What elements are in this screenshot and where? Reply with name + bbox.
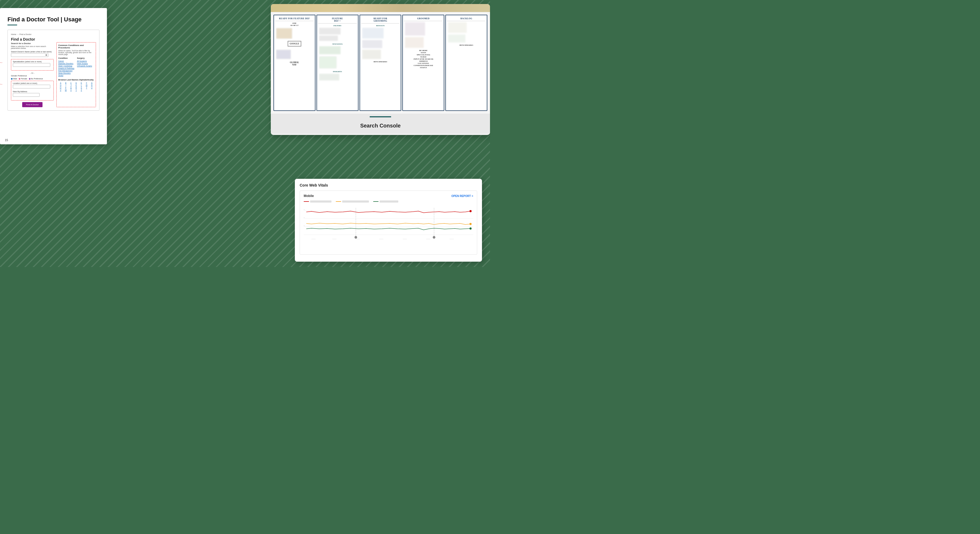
alpha-a[interactable]: A	[58, 82, 63, 84]
spec-label: Specialization (select one or more)	[13, 61, 52, 62]
alpha-y[interactable]: Y	[74, 89, 78, 91]
col2-body: FILTERS TP EVENTS INSIGHTS	[318, 24, 357, 104]
col4-note: Be heresoonSpecialist(s)NurseInput (for …	[405, 49, 442, 69]
surgery-col-title: Surgery	[77, 57, 92, 59]
col3-results: RESULTS	[362, 25, 399, 27]
alpha-m[interactable]: M	[84, 84, 89, 86]
cond-digestive[interactable]: Digestive Disorders	[58, 62, 74, 64]
svg-text:––––: ––––	[426, 238, 430, 240]
alpha-u[interactable]: U	[89, 87, 94, 89]
alpha-f[interactable]: F	[84, 82, 89, 84]
search-subtitle: Search for a Doctor	[11, 42, 54, 44]
cond-pain[interactable]: Pain Management	[58, 70, 74, 72]
kanban-columns: READY FOR FEATURE DEF ONEas of 1/? Googl…	[274, 15, 487, 111]
col2-tp-events: TP EVENTS	[319, 43, 356, 45]
alpha-h[interactable]: H	[58, 84, 63, 86]
surg-heart[interactable]: Heart Surgery	[77, 62, 92, 64]
cond-stroke[interactable]: Stroke	[58, 75, 74, 76]
alpha-q[interactable]: Q	[69, 87, 73, 89]
svg-text:–: –	[304, 208, 305, 211]
col1-body: ONEas of 1/? Google GlobalNav	[275, 21, 314, 101]
spec-input[interactable]	[13, 63, 50, 67]
col2-blurred-4	[319, 74, 339, 81]
alpha-w[interactable]: W	[64, 89, 68, 91]
sc-bottom-bar	[370, 116, 391, 117]
alpha-o[interactable]: O	[58, 87, 63, 89]
col1-header: READY FOR FEATURE DEF	[275, 16, 314, 21]
radio-male[interactable]: Male	[11, 78, 17, 79]
alpha-l[interactable]: L	[79, 84, 84, 86]
col3-blurred-2	[362, 40, 382, 48]
title-underline	[8, 25, 17, 25]
col3-body: RESULTS Benchmarks	[361, 24, 400, 104]
mockup-heading: Find a Doctor	[11, 37, 96, 41]
search-desc: Make a selection from one or more search…	[11, 45, 54, 49]
address-input[interactable]	[13, 93, 40, 97]
gender-radio-group: Male Female No Preference	[11, 78, 54, 79]
cwv-legend	[304, 200, 473, 203]
kanban-col-2: FEATUREDef = FILTERS TP EVENTS INSIGHTS	[317, 15, 358, 111]
legend-red-label	[310, 200, 331, 203]
alpha-x[interactable]: X	[69, 89, 73, 91]
find-doctor-button[interactable]: Find A Doctor	[22, 102, 43, 107]
alpha-b[interactable]: B	[64, 82, 68, 84]
location-label: Location (select one or more)	[13, 82, 52, 84]
alpha-g[interactable]: G	[89, 82, 94, 84]
kanban-col-3: READY FORGROOMING RESULTS Benchmarks	[360, 15, 401, 111]
alpha-d[interactable]: D	[74, 82, 78, 84]
col2-filters: FILTERS	[319, 25, 356, 27]
surg-ortho[interactable]: Orthopedic Surgery	[77, 65, 92, 67]
col1-sticky-1	[276, 28, 292, 39]
alpha-r[interactable]: R	[74, 87, 78, 89]
col4-blurred-2	[405, 37, 424, 48]
cond-heart[interactable]: Heart / Cardiology	[58, 65, 74, 67]
legend-green-dot	[373, 201, 379, 202]
search-console-title: Search Console	[271, 119, 490, 132]
alpha-z[interactable]: Z	[79, 89, 84, 91]
radio-female[interactable]: Female	[19, 78, 27, 79]
gender-label: Gender Preference	[11, 75, 54, 77]
svg-text:–: –	[304, 224, 305, 227]
alpha-j[interactable]: J	[69, 84, 73, 86]
kanban-col-4: GROOMED Be heresoonSpecialist(s)NurseInp…	[402, 15, 444, 111]
col4-header: GROOMED	[404, 16, 443, 21]
col3-benchmarks: Benchmarks	[362, 61, 399, 63]
svg-text:––––: ––––	[332, 238, 336, 240]
cwv-open-report[interactable]: OPEN REPORT >	[452, 195, 473, 197]
cond-sleep[interactable]: Sleep Disorders	[58, 72, 74, 74]
legend-orange-label	[342, 200, 369, 203]
col1-sticky-2	[276, 50, 291, 59]
alpha-v[interactable]: V	[58, 89, 63, 91]
condition-col-title: Condition	[58, 57, 74, 59]
col5-body: Benchmarks	[447, 21, 486, 101]
radio-no-pref[interactable]: No Preference	[29, 78, 43, 79]
legend-green	[373, 200, 398, 203]
cond-cancer[interactable]: Cancer	[58, 60, 74, 62]
cwv-card: Core Web Vitals Mobile OPEN REPORT >	[295, 179, 482, 262]
alpha-p[interactable]: P	[64, 87, 68, 89]
col4-blurred-1	[405, 22, 425, 35]
name-label: Search Doctor's Name (enter a first or l…	[11, 51, 54, 52]
col1-global-nav: GlobalNav	[276, 61, 313, 66]
cond-imaging[interactable]: Imaging & Radiology	[58, 67, 74, 69]
alpha-c[interactable]: C	[69, 82, 73, 84]
surg-all[interactable]: All Surgeons	[77, 60, 92, 62]
alpha-i[interactable]: I	[64, 84, 68, 86]
alpha-e[interactable]: E	[79, 82, 84, 84]
cwv-title: Core Web Vitals	[300, 183, 477, 188]
mockup-left-col: Search for a Doctor Make a selection fro…	[11, 42, 54, 107]
alpha-s[interactable]: S	[79, 87, 84, 89]
search-icon: ▦	[45, 54, 47, 56]
col3-blurred-3	[362, 50, 381, 59]
svg-text:––––: ––––	[403, 238, 407, 240]
col2-sticky	[319, 56, 337, 68]
alpha-t[interactable]: T	[84, 87, 89, 89]
col2-blurred-3	[319, 46, 340, 54]
alpha-k[interactable]: K	[74, 84, 78, 86]
alpha-n[interactable]: N	[89, 84, 94, 86]
col5-blurred-2	[448, 35, 465, 43]
col3-header: READY FORGROOMING	[361, 16, 400, 24]
search-console-card: READY FOR FEATURE DEF ONEas of 1/? Googl…	[271, 4, 490, 135]
name-input[interactable]: ▦	[11, 53, 48, 57]
location-input[interactable]	[13, 85, 50, 89]
